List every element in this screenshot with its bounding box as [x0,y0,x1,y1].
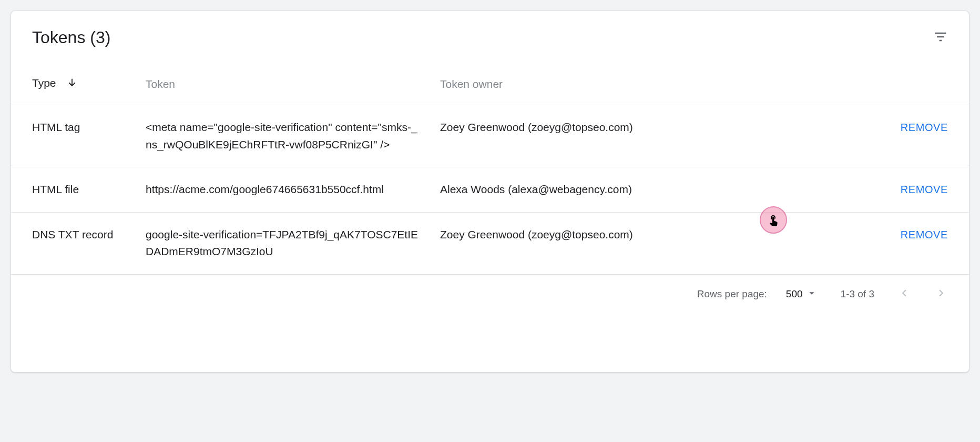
remove-button[interactable]: REMOVE [901,184,948,196]
rows-per-page-value: 500 [786,288,803,300]
pagination-bar: Rows per page: 500 1-3 of 3 [11,275,969,303]
cell-type: HTML file [11,167,137,213]
cell-token: <meta name="google-site-verification" co… [137,105,432,167]
cell-token: google-site-verification=TFJPA2TBf9j_qAK… [137,212,432,274]
sort-down-icon [66,77,78,91]
column-header-type[interactable]: Type [11,62,137,105]
column-header-type-label: Type [32,77,56,89]
table-header-row: Type Token Token owner [11,62,969,105]
dropdown-icon [806,287,818,302]
cell-token: https://acme.com/google674665631b550ccf.… [137,167,432,213]
tokens-card: Tokens (3) Type Token Token owner [11,11,969,373]
card-header: Tokens (3) [11,11,969,62]
cell-type: HTML tag [11,105,137,167]
remove-button[interactable]: REMOVE [901,229,948,241]
column-header-token[interactable]: Token [137,62,432,105]
prev-page-button[interactable] [897,286,911,303]
page-range: 1-3 of 3 [841,288,874,300]
cell-owner: Zoey Greenwood (zoeyg@topseo.com) [432,105,710,167]
remove-button[interactable]: REMOVE [901,122,948,134]
rows-per-page-label: Rows per page: [697,288,767,300]
table-row: DNS TXT record google-site-verification=… [11,212,969,274]
cell-type: DNS TXT record [11,212,137,274]
cell-owner: Alexa Woods (alexa@webagency.com) [432,167,710,213]
card-title: Tokens (3) [32,28,110,47]
next-page-button[interactable] [934,286,948,303]
column-header-actions [710,62,969,105]
tokens-table: Type Token Token owner HTML tag <meta na… [11,62,969,275]
cell-owner: Zoey Greenwood (zoeyg@topseo.com) [432,212,710,274]
pagination-nav [897,286,948,303]
column-header-owner[interactable]: Token owner [432,62,710,105]
rows-per-page: Rows per page: 500 [697,287,818,302]
rows-per-page-select[interactable]: 500 [786,287,818,302]
table-row: HTML file https://acme.com/google6746656… [11,167,969,213]
filter-icon[interactable] [933,29,948,46]
table-row: HTML tag <meta name="google-site-verific… [11,105,969,167]
